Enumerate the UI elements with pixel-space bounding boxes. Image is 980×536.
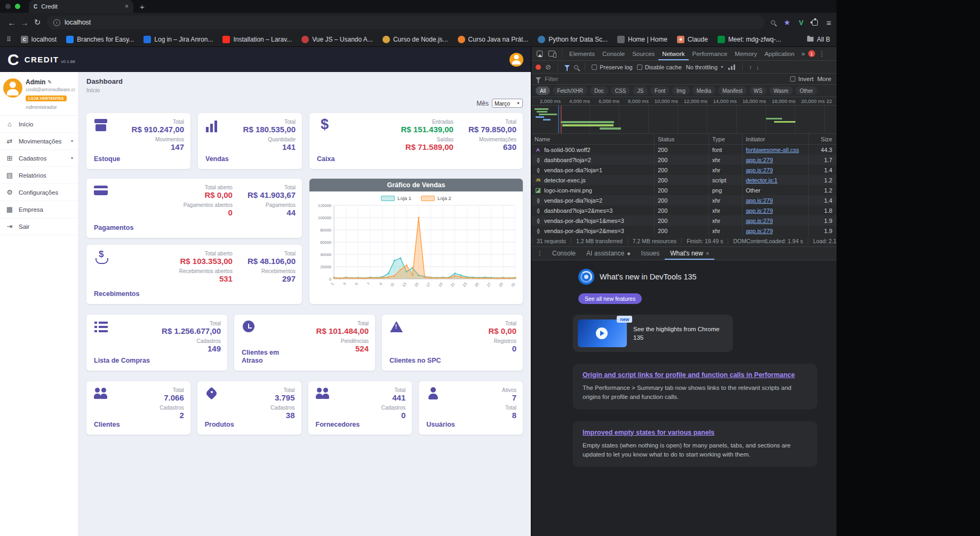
request-initiator[interactable]: fontawesome-all.css bbox=[742, 145, 808, 155]
extensions-puzzle-icon[interactable] bbox=[812, 20, 818, 26]
request-initiator[interactable]: app.js:279 bbox=[742, 195, 808, 205]
column-header-size[interactable]: Size bbox=[808, 134, 836, 144]
network-request-row[interactable]: dashboard?loja=2&mes=3 200 xhr app.js:27… bbox=[531, 205, 836, 215]
inspect-element-icon[interactable] bbox=[537, 51, 543, 57]
all-bookmarks-button[interactable]: All B bbox=[807, 36, 830, 43]
sidebar-item[interactable]: Sair ▾ bbox=[0, 218, 78, 235]
drawer-tab[interactable]: Issues ◆ × bbox=[636, 247, 665, 260]
devtools-tab[interactable]: Console bbox=[599, 47, 628, 60]
avatar[interactable] bbox=[3, 78, 22, 98]
see-all-features-button[interactable]: See all new features bbox=[578, 293, 642, 304]
drawer-tab[interactable]: Console ◆ × bbox=[547, 247, 581, 260]
filter-icon[interactable] bbox=[564, 65, 570, 71]
throttling-select[interactable]: No throttling▼ bbox=[686, 64, 724, 70]
search-icon[interactable] bbox=[771, 20, 775, 25]
filter-chip[interactable]: Doc bbox=[590, 86, 608, 95]
more-tabs-icon[interactable]: » bbox=[799, 50, 807, 58]
reload-icon[interactable]: ↻ bbox=[31, 18, 44, 27]
highlight-card[interactable]: new See the highlights from Chrome 135 bbox=[573, 315, 733, 352]
checkbox[interactable] bbox=[592, 65, 597, 70]
more-filters-button[interactable]: More filters bbox=[817, 76, 832, 82]
network-overview[interactable] bbox=[531, 106, 836, 134]
bookmark-star-icon[interactable]: ★ bbox=[784, 18, 791, 27]
filter-chip[interactable]: Wasm bbox=[769, 86, 793, 95]
bookmark-item[interactable]: Branches for Easy... bbox=[66, 36, 134, 43]
checkbox[interactable] bbox=[790, 76, 795, 82]
disable-cache-toggle[interactable]: Disable cache bbox=[637, 64, 682, 70]
filter-chip[interactable]: All bbox=[536, 86, 550, 95]
filter-chip[interactable]: WS bbox=[750, 86, 767, 95]
site-info-icon[interactable]: i bbox=[53, 19, 60, 26]
sidebar-item[interactable]: Configurações ▾ bbox=[0, 184, 78, 201]
url-bar[interactable]: i localhost bbox=[47, 15, 764, 29]
browser-menu-icon[interactable]: ≡ bbox=[826, 18, 831, 27]
bookmark-item[interactable]: Curso Java na Prát... bbox=[458, 36, 529, 43]
export-har-icon[interactable]: ↓ bbox=[756, 64, 760, 70]
filter-chip[interactable]: Manifest bbox=[718, 86, 747, 95]
header-avatar[interactable] bbox=[509, 53, 523, 67]
request-initiator[interactable]: Other bbox=[742, 185, 808, 195]
request-initiator[interactable]: detector.js:1 bbox=[742, 175, 808, 185]
bookmark-item[interactable]: Vue JS – Usando A... bbox=[301, 36, 373, 43]
filter-chip[interactable]: Other bbox=[795, 86, 817, 95]
back-icon[interactable]: ← bbox=[5, 18, 18, 27]
legend-item[interactable]: Loja 2 bbox=[421, 195, 451, 201]
devtools-tab[interactable]: Sources bbox=[628, 47, 658, 60]
column-header-type[interactable]: Type bbox=[708, 134, 742, 144]
bookmark-item[interactable]: Python for Data Sc... bbox=[538, 36, 608, 43]
drawer-menu-icon[interactable]: ⋮ bbox=[534, 250, 546, 257]
device-toolbar-icon[interactable] bbox=[548, 51, 555, 57]
import-har-icon[interactable]: ↑ bbox=[749, 64, 752, 70]
network-request-row[interactable]: vendas-por-dia?loja=2&mes=3 200 xhr app.… bbox=[531, 226, 836, 236]
apps-grid-icon[interactable]: ⠿ bbox=[6, 36, 11, 43]
sidebar-item[interactable]: Movimentações ▾ bbox=[0, 133, 78, 150]
url-text[interactable]: localhost bbox=[65, 19, 91, 26]
devtools-menu-icon[interactable]: ⋮ bbox=[816, 50, 828, 58]
close-icon[interactable]: × bbox=[706, 250, 709, 257]
new-tab-button[interactable]: + bbox=[140, 2, 145, 11]
drawer-tab[interactable]: AI assistance ◆ × bbox=[581, 247, 636, 260]
network-request-row[interactable]: detector-exec.js 200 script detector.js:… bbox=[531, 175, 836, 185]
request-initiator[interactable]: app.js:279 bbox=[742, 226, 808, 236]
invert-toggle[interactable]: Invert bbox=[790, 76, 814, 82]
error-badge[interactable]: 1 bbox=[808, 50, 815, 57]
network-request-row[interactable]: vendas-por-dia?loja=2 200 xhr app.js:279… bbox=[531, 195, 836, 205]
video-thumbnail[interactable]: new bbox=[578, 319, 627, 347]
bookmark-item[interactable]: C localhost bbox=[21, 36, 57, 43]
network-conditions-icon[interactable] bbox=[728, 65, 736, 70]
devtools-tab[interactable]: Performance bbox=[689, 47, 731, 60]
vue-extension-icon[interactable]: V bbox=[799, 19, 804, 27]
section-link[interactable]: Origin and script links for profile and … bbox=[583, 371, 808, 379]
request-initiator[interactable]: app.js:279 bbox=[742, 205, 808, 215]
bookmark-item[interactable]: Curso de Node.js... bbox=[383, 36, 448, 43]
sidebar-item[interactable]: Empresa ▾ bbox=[0, 201, 78, 218]
browser-tab[interactable]: C Credit × bbox=[29, 0, 133, 13]
preserve-log-toggle[interactable]: Preserve log bbox=[592, 64, 633, 70]
window-controls[interactable] bbox=[5, 4, 20, 9]
request-initiator[interactable]: app.js:279 bbox=[742, 155, 808, 165]
request-initiator[interactable]: app.js:279 bbox=[742, 215, 808, 226]
sidebar-item[interactable]: Relatórios ▾ bbox=[0, 167, 78, 184]
drawer-tab[interactable]: What's new ◆ × bbox=[665, 247, 714, 260]
window-control-dot[interactable] bbox=[5, 4, 11, 9]
month-select[interactable]: Março ▼ bbox=[492, 99, 523, 108]
record-icon[interactable] bbox=[536, 65, 541, 70]
legend-item[interactable]: Loja 1 bbox=[381, 195, 411, 201]
network-request-row[interactable]: vendas-por-dia?loja=1 200 xhr app.js:279… bbox=[531, 165, 836, 175]
column-header-initiator[interactable]: Initiator bbox=[742, 134, 808, 144]
bookmark-item[interactable]: Meet: mdg-zfwq-... bbox=[718, 36, 781, 43]
column-header-status[interactable]: Status bbox=[654, 134, 708, 144]
forward-icon[interactable]: → bbox=[18, 18, 31, 27]
network-request-row[interactable]: dashboard?loja=2 200 xhr app.js:279 1.7 bbox=[531, 155, 836, 165]
filter-chip[interactable]: JS bbox=[633, 86, 648, 95]
devtools-tab[interactable]: Application bbox=[761, 47, 798, 60]
filter-chip[interactable]: CSS bbox=[611, 86, 631, 95]
filter-chip[interactable]: Img bbox=[672, 86, 690, 95]
tab-close-icon[interactable]: × bbox=[125, 3, 129, 10]
checkbox[interactable] bbox=[637, 65, 642, 70]
request-initiator[interactable]: app.js:279 bbox=[742, 165, 808, 175]
clear-icon[interactable]: ⊘ bbox=[545, 63, 551, 70]
network-request-row[interactable]: vendas-por-dia?loja=1&mes=3 200 xhr app.… bbox=[531, 215, 836, 226]
bookmark-item[interactable]: Home | Home bbox=[617, 36, 667, 43]
filter-chip[interactable]: Font bbox=[650, 86, 670, 95]
